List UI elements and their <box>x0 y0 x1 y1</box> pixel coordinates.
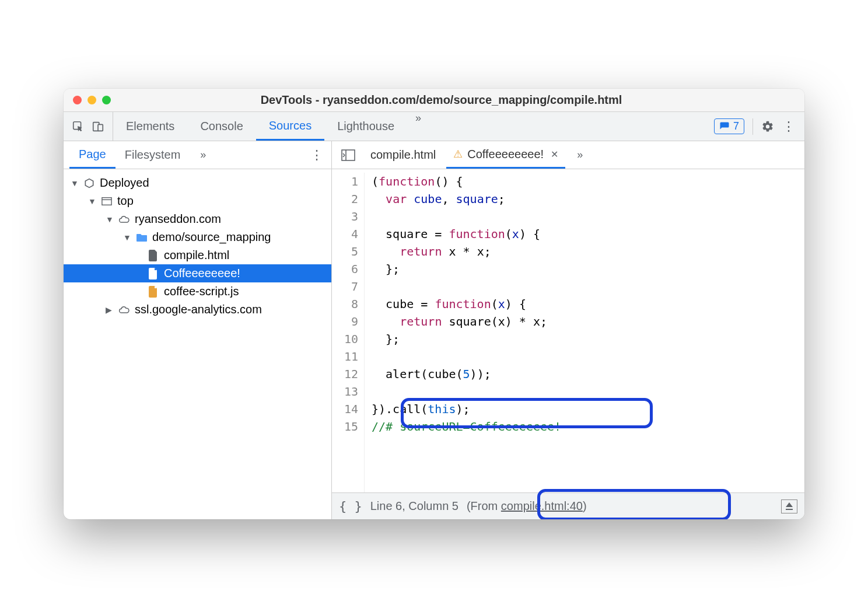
svg-rect-7 <box>786 509 793 510</box>
more-filetabs-button[interactable]: » <box>569 149 591 161</box>
window-title: DevTools - ryanseddon.com/demo/source_ma… <box>88 93 795 107</box>
tab-sources[interactable]: Sources <box>256 112 324 141</box>
device-toolbar-icon[interactable] <box>92 120 104 133</box>
tree-domain-ryanseddon[interactable]: ▼ ryanseddon.com <box>64 210 331 228</box>
close-window-button[interactable] <box>73 96 82 104</box>
tab-elements[interactable]: Elements <box>113 112 187 141</box>
more-subtabs-button[interactable]: » <box>192 149 214 161</box>
file-tab-label: compile.html <box>370 148 436 162</box>
feedback-count: 7 <box>733 120 739 132</box>
frame-icon <box>101 195 113 207</box>
settings-icon[interactable] <box>761 120 774 133</box>
editor-statusbar: { } Line 6, Column 5 (From compile.html:… <box>332 492 804 519</box>
js-file-icon <box>148 286 159 298</box>
main-toolbar: Elements Console Sources Lighthouse » 7 … <box>64 112 804 141</box>
devtools-window: DevTools - ryanseddon.com/demo/source_ma… <box>64 89 804 519</box>
kebab-menu-icon[interactable]: ⋮ <box>782 120 795 133</box>
subtab-page[interactable]: Page <box>69 141 116 169</box>
titlebar: DevTools - ryanseddon.com/demo/source_ma… <box>64 89 804 112</box>
inspect-element-icon[interactable] <box>72 120 85 133</box>
tree-file-coffee[interactable]: Coffeeeeeeee! <box>64 264 331 282</box>
tree-root-deployed[interactable]: ▼ Deployed <box>64 174 331 192</box>
tree-frame-top[interactable]: ▼ top <box>64 192 331 210</box>
warning-icon: ⚠ <box>453 148 463 160</box>
close-tab-button[interactable]: ✕ <box>551 149 558 160</box>
navigator-menu-icon[interactable]: ⋮ <box>302 148 331 163</box>
file-tree[interactable]: ▼ Deployed ▼ top ▼ ryanseddon.com <box>64 169 332 519</box>
file-tab-label: Coffeeeeeeee! <box>467 148 544 161</box>
code-content[interactable]: (function() { var cube, square; square =… <box>365 173 561 492</box>
annotation-highlight-from <box>537 489 731 519</box>
sources-subbar: Page Filesystem » ⋮ compile.html ⚠ Coffe… <box>64 141 804 169</box>
line-gutter: 123456789101112131415 <box>332 173 365 492</box>
file-tab-compile[interactable]: compile.html <box>363 141 443 169</box>
tab-lighthouse[interactable]: Lighthouse <box>324 112 407 141</box>
cube-icon <box>83 177 95 189</box>
tree-file-coffeescript-js[interactable]: coffee-script.js <box>64 282 331 300</box>
tree-file-compile[interactable]: compile.html <box>64 246 331 264</box>
file-tab-coffee[interactable]: ⚠ Coffeeeeeeee! ✕ <box>446 141 565 169</box>
tab-console[interactable]: Console <box>187 112 256 141</box>
svg-rect-2 <box>98 124 103 131</box>
navigator-toggle-icon[interactable] <box>337 149 360 161</box>
cloud-icon <box>118 214 130 225</box>
show-debugger-button[interactable] <box>781 499 797 513</box>
panel-tabs: Elements Console Sources Lighthouse » <box>113 112 429 141</box>
folder-icon <box>136 232 148 243</box>
tree-domain-analytics[interactable]: ▶ ssl.google-analytics.com <box>64 300 331 319</box>
tree-folder[interactable]: ▼ demo/source_mapping <box>64 228 331 246</box>
svg-rect-5 <box>102 197 111 205</box>
pretty-print-button[interactable]: { } <box>339 499 362 513</box>
cloud-icon <box>118 304 130 316</box>
code-editor[interactable]: 123456789101112131415 (function() { var … <box>332 169 804 519</box>
cursor-position: Line 6, Column 5 <box>370 499 459 513</box>
subtab-filesystem[interactable]: Filesystem <box>116 141 190 169</box>
file-icon <box>148 268 159 279</box>
more-tabs-button[interactable]: » <box>407 112 429 141</box>
feedback-badge[interactable]: 7 <box>714 118 744 134</box>
svg-rect-3 <box>342 150 355 160</box>
file-icon <box>148 250 159 261</box>
annotation-highlight-sourceurl <box>401 398 653 428</box>
